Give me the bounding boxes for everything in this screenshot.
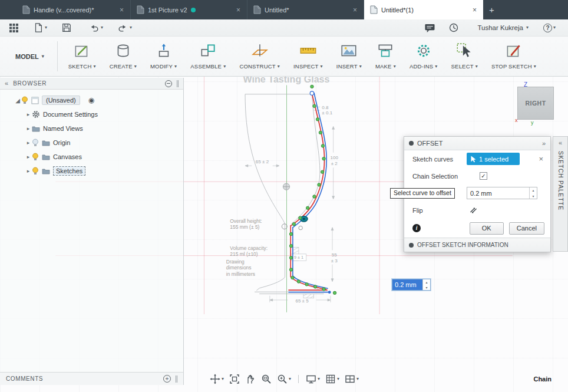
selection-button[interactable]: 1 selected (467, 153, 520, 165)
pan-hand-button[interactable] (245, 374, 256, 384)
ribbon-assemble-button[interactable]: ASSEMBLE▾ (190, 37, 226, 76)
twisty-open-icon[interactable]: ◢ (14, 97, 21, 104)
tree-root-row[interactable]: ◢ (Unsaved) ◉ (0, 93, 183, 107)
construct-icon (250, 41, 269, 60)
tab-close-icon[interactable]: × (471, 6, 478, 14)
viewcube[interactable]: RIGHT (517, 87, 554, 120)
axis-x-label: x (515, 117, 518, 123)
caret-down-icon: ▾ (337, 377, 339, 381)
create-icon (114, 41, 133, 60)
save-button[interactable] (58, 21, 75, 34)
new-tab-button[interactable]: + (483, 0, 500, 19)
tree-row-sketches[interactable]: ▸ Sketches (0, 164, 183, 178)
ribbon-modify-button[interactable]: MODIFY▾ (150, 37, 177, 76)
info-icon[interactable]: i (412, 224, 421, 232)
help-button[interactable]: ? ▾ (540, 22, 559, 34)
gear-icon (32, 110, 40, 118)
viewcube-face-label: RIGHT (525, 100, 546, 107)
ribbon-construct-button[interactable]: CONSTRUCT▾ (239, 37, 280, 76)
zoom-window-button[interactable] (261, 374, 272, 384)
expand-palette-icon[interactable]: « (559, 140, 562, 146)
clear-selection-icon[interactable]: × (537, 154, 544, 163)
modify-icon (154, 41, 173, 60)
caret-down-icon[interactable]: ▾ (101, 25, 103, 30)
document-tab-3[interactable]: Untitled* × (247, 0, 364, 19)
tab-label: Untitled* (265, 6, 289, 14)
sketch-points-green[interactable] (289, 85, 336, 294)
bulb-icon[interactable] (21, 96, 28, 104)
bulb-icon[interactable] (32, 153, 39, 161)
feedback-button[interactable] (421, 22, 438, 34)
curve-endpoint-base[interactable] (328, 291, 331, 294)
tab-close-icon[interactable]: × (235, 6, 242, 14)
zoom-button[interactable]: ▾ (277, 374, 291, 384)
app-grid-button[interactable] (6, 22, 22, 34)
workspace-switcher[interactable]: MODEL ▾ (0, 37, 55, 76)
offset-value-input[interactable]: 0.2 mm ▴ ▾ (467, 187, 537, 199)
ribbon-sketch-button[interactable]: SKETCH▾ (68, 37, 96, 76)
ribbon-inspect-button[interactable]: INSPECT▾ (293, 37, 323, 76)
document-tab-1[interactable]: Handle (v...covered)* × (16, 0, 131, 19)
dim-stem-height: 55 (332, 252, 337, 258)
minimize-panel-icon[interactable] (165, 80, 172, 87)
panel-grip-handle[interactable] (176, 375, 177, 383)
selection-count-label: 1 selected (479, 156, 508, 163)
flip-direction-icon[interactable] (469, 206, 478, 215)
ribbon-stop-sketch-button[interactable]: STOP SKETCH▾ (491, 37, 536, 76)
root-document-label[interactable]: (Unsaved) (42, 95, 80, 105)
sketch-curve-offset-blue[interactable] (289, 93, 329, 292)
twisty-icon[interactable]: ▸ (25, 168, 32, 174)
offset-value-spinner[interactable]: ▴ ▾ (529, 187, 537, 199)
tree-row-origin[interactable]: ▸ Origin (0, 136, 183, 150)
comments-panel[interactable]: COMMENTS + (0, 372, 184, 385)
pan-button[interactable]: ▾ (210, 374, 224, 384)
ribbon-addins-button[interactable]: ADD-INS▾ (410, 37, 438, 76)
tree-row-named-views[interactable]: ▸ Named Views (0, 121, 183, 136)
activate-component-radio[interactable]: ◉ (88, 96, 94, 104)
offset-sketch-information-header[interactable]: OFFSET SKETCH INFORMATION (404, 238, 550, 252)
twisty-icon[interactable]: ▸ (25, 126, 32, 131)
user-account-button[interactable]: Tushar Kukreja ▾ (473, 23, 533, 32)
ribbon-make-button[interactable]: MAKE▾ (375, 37, 396, 76)
add-comment-icon[interactable]: + (163, 375, 171, 383)
curve-endpoint[interactable] (310, 91, 313, 95)
document-tab-4-active[interactable]: Untitled*(1) × (364, 0, 483, 19)
tree-row-document-settings[interactable]: ▸ Document Settings (0, 107, 183, 121)
ribbon-insert-button[interactable]: INSERT▾ (336, 37, 362, 76)
caret-down-icon: ▾ (394, 64, 396, 69)
twisty-icon[interactable]: ▸ (25, 140, 32, 146)
panel-grip-handle[interactable] (177, 80, 179, 87)
app-grid-icon (9, 23, 19, 33)
display-settings-button[interactable]: ▾ (306, 374, 320, 384)
ribbon-create-button[interactable]: CREATE▾ (110, 37, 137, 76)
sketch-palette-tab[interactable]: « SKETCH PALETTE (553, 136, 568, 252)
tree-row-canvases[interactable]: ▸ Canvases (0, 150, 183, 164)
spinner-down-icon: ▾ (530, 193, 537, 199)
grid-snaps-button[interactable]: ▾ (325, 374, 339, 384)
offset-distance-inline-input[interactable]: 0.2 mm ▴ ▾ (392, 279, 431, 291)
fit-view-button[interactable] (229, 374, 240, 384)
redo-button[interactable]: ▾ (114, 21, 135, 34)
cancel-button[interactable]: Cancel (509, 222, 544, 235)
tab-close-icon[interactable]: × (351, 6, 359, 14)
tab-label: Handle (v...covered)* (34, 6, 94, 14)
job-status-button[interactable] (445, 21, 462, 34)
dialog-expand-icon[interactable]: » (542, 140, 546, 147)
viewports-button[interactable]: ▾ (345, 374, 359, 384)
chain-selection-checkbox[interactable]: ✓ (480, 172, 487, 180)
twisty-icon[interactable]: ▸ (25, 111, 32, 117)
collapse-panel-icon[interactable]: « (5, 80, 8, 87)
tab-close-icon[interactable]: × (118, 6, 126, 14)
ribbon-select-button[interactable]: SELECT▾ (451, 37, 478, 76)
pan-icon (210, 374, 220, 384)
document-tab-2[interactable]: 1st Picture v2 × (131, 0, 247, 19)
twisty-icon[interactable]: ▸ (25, 154, 32, 160)
bulb-icon[interactable] (32, 167, 39, 175)
ok-button[interactable]: OK (470, 222, 504, 235)
file-menu-button[interactable]: ▾ (30, 21, 50, 34)
offset-dialog-header[interactable]: OFFSET » (404, 137, 550, 150)
bulb-off-icon[interactable] (32, 139, 39, 147)
undo-button[interactable]: ▾ (85, 21, 106, 34)
caret-down-icon[interactable]: ▾ (130, 25, 132, 30)
inline-input-spinner[interactable]: ▴ ▾ (422, 279, 430, 290)
